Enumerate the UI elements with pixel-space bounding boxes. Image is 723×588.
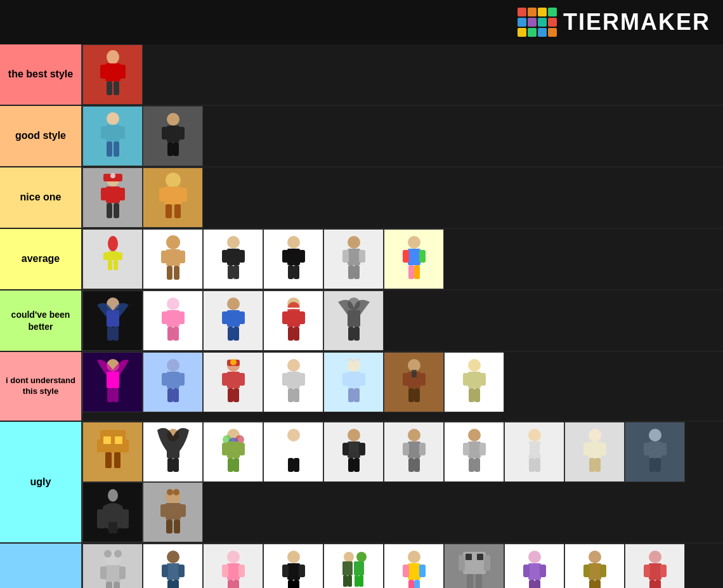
tier-item[interactable]: [203, 422, 263, 482]
tier-item[interactable]: [143, 167, 203, 228]
tier-item[interactable]: [82, 482, 143, 542]
svg-rect-187: [529, 458, 535, 472]
svg-rect-169: [348, 458, 354, 472]
tier-item[interactable]: [263, 422, 323, 482]
svg-rect-156: [238, 443, 245, 455]
tier-item[interactable]: [203, 352, 263, 412]
tier-item[interactable]: [82, 291, 143, 351]
svg-point-216: [114, 550, 122, 558]
tier-item[interactable]: [143, 422, 203, 482]
svg-rect-129: [419, 373, 426, 386]
tier-item[interactable]: [263, 229, 323, 289]
tier-item[interactable]: [504, 422, 564, 482]
svg-point-189: [589, 429, 601, 441]
svg-rect-204: [97, 509, 106, 528]
svg-rect-223: [167, 563, 179, 580]
svg-rect-182: [474, 458, 480, 472]
svg-rect-188: [535, 458, 540, 472]
svg-rect-135: [463, 373, 469, 386]
svg-rect-79: [227, 310, 240, 327]
tier-item[interactable]: [143, 544, 203, 588]
tier-item[interactable]: [504, 544, 564, 588]
svg-rect-102: [162, 373, 168, 386]
tier-item[interactable]: [564, 422, 625, 482]
tier-item[interactable]: [143, 291, 203, 351]
logo-grid-cell: [518, 18, 526, 27]
svg-rect-24: [107, 203, 112, 218]
svg-rect-132: [412, 370, 417, 377]
tier-item[interactable]: [143, 482, 203, 542]
svg-rect-130: [408, 388, 414, 402]
tier-item[interactable]: [323, 229, 384, 289]
tier-item[interactable]: [263, 352, 323, 412]
tier-item[interactable]: [444, 352, 504, 412]
svg-rect-266: [535, 580, 540, 589]
tier-item[interactable]: [323, 544, 384, 588]
svg-rect-235: [287, 563, 300, 580]
tier-item[interactable]: [82, 544, 143, 588]
svg-rect-197: [644, 443, 650, 455]
tier-item[interactable]: [82, 422, 143, 482]
svg-point-215: [104, 550, 112, 558]
svg-rect-277: [660, 565, 667, 577]
tier-label-d: could've been better: [0, 291, 81, 351]
tier-item[interactable]: [82, 167, 143, 228]
tier-item[interactable]: [323, 291, 384, 351]
tier-item[interactable]: [444, 544, 504, 588]
svg-rect-198: [660, 443, 667, 455]
tier-row-c: average: [0, 229, 723, 291]
svg-rect-91: [294, 327, 299, 341]
tier-item[interactable]: [625, 422, 685, 482]
svg-rect-209: [166, 503, 181, 519]
tier-item[interactable]: [82, 106, 143, 166]
logo-grid-cell: [548, 28, 557, 37]
tier-item[interactable]: [323, 422, 384, 482]
svg-rect-166: [348, 441, 360, 458]
svg-rect-242: [342, 561, 353, 575]
tier-item[interactable]: [203, 544, 263, 588]
tier-item[interactable]: [143, 229, 203, 289]
tier-item[interactable]: [384, 544, 444, 588]
svg-rect-178: [468, 441, 481, 458]
svg-point-44: [227, 236, 240, 249]
logo-grid-cell: [518, 28, 526, 37]
tier-row-f: ugly: [0, 422, 723, 544]
svg-rect-55: [294, 265, 299, 279]
tier-item[interactable]: [625, 544, 685, 588]
tier-item[interactable]: [143, 106, 203, 166]
tier-label-a: good style: [0, 106, 81, 166]
svg-rect-245: [348, 575, 352, 587]
svg-rect-148: [167, 458, 173, 472]
logo-grid-icon: [518, 8, 557, 37]
svg-rect-147: [167, 441, 179, 458]
tier-item[interactable]: [82, 44, 143, 105]
tier-item[interactable]: [82, 229, 143, 289]
svg-point-241: [356, 552, 367, 562]
tier-item[interactable]: [444, 422, 504, 482]
tier-items-d: [81, 291, 723, 351]
tier-item[interactable]: [263, 544, 323, 588]
tier-item[interactable]: [564, 544, 625, 588]
svg-rect-141: [115, 436, 122, 444]
tier-item[interactable]: [263, 291, 323, 351]
tier-item[interactable]: [384, 422, 444, 482]
svg-rect-58: [342, 250, 349, 263]
logo-grid-cell: [538, 18, 547, 27]
svg-rect-27: [164, 186, 182, 204]
tier-item[interactable]: [203, 291, 263, 351]
svg-rect-1: [105, 63, 120, 81]
svg-rect-203: [113, 522, 117, 533]
tier-item[interactable]: [143, 352, 203, 412]
svg-rect-229: [227, 563, 240, 580]
tier-item[interactable]: [82, 352, 143, 412]
tier-item[interactable]: [384, 352, 444, 412]
svg-rect-76: [167, 327, 173, 341]
svg-rect-121: [348, 372, 360, 388]
svg-rect-262: [528, 563, 541, 580]
tier-item[interactable]: [203, 229, 263, 289]
svg-rect-93: [348, 310, 360, 327]
svg-rect-30: [166, 204, 172, 218]
svg-rect-163: [288, 458, 294, 472]
tier-item[interactable]: [323, 352, 384, 412]
tier-item[interactable]: [384, 229, 444, 289]
